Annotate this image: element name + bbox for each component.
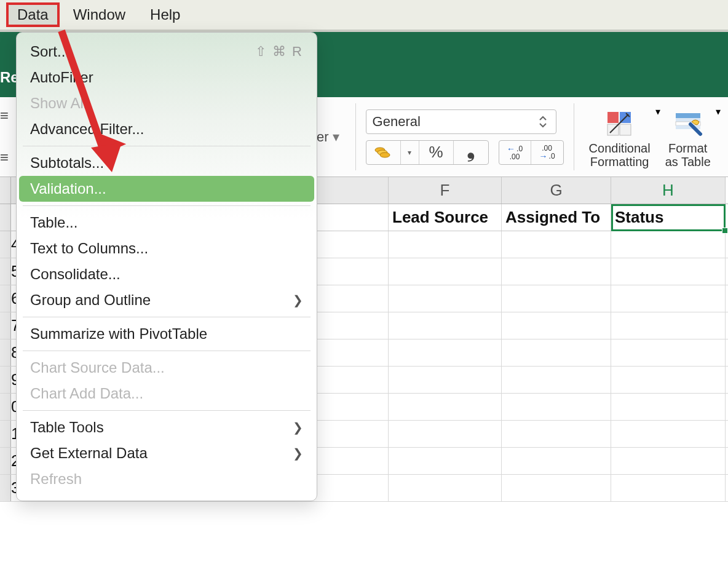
ribbon-fragment-label: er ▾ — [317, 97, 346, 176]
row-header[interactable] — [0, 367, 11, 393]
row-header[interactable] — [0, 231, 11, 258]
cell-f[interactable] — [389, 367, 502, 393]
menu-help[interactable]: Help — [139, 2, 191, 27]
column-header-g[interactable]: G — [502, 177, 611, 204]
cell-f[interactable] — [389, 285, 502, 312]
row-header[interactable] — [0, 421, 11, 447]
menu-validation[interactable]: Validation... — [19, 176, 314, 202]
comma-button[interactable]: ❟ — [454, 141, 488, 164]
corner-cell[interactable] — [0, 177, 11, 204]
selection-handle[interactable] — [722, 228, 728, 234]
conditional-formatting-icon — [604, 108, 636, 140]
header-cell-assigned-to[interactable]: Assigned To — [502, 204, 611, 231]
cell-f[interactable] — [389, 258, 502, 285]
row-header[interactable] — [0, 258, 11, 285]
menu-data[interactable]: Data — [6, 2, 60, 27]
menu-pivot[interactable]: Summarize with PivotTable — [17, 321, 317, 347]
header-cell-status[interactable]: Status — [611, 204, 726, 231]
row-header[interactable] — [0, 394, 11, 420]
menu-subtotals-label: Subtotals... — [30, 154, 104, 172]
menu-advfilter-label: Advanced Filter... — [30, 121, 144, 138]
cell-h[interactable] — [611, 339, 726, 366]
cell-h[interactable] — [611, 448, 726, 474]
cell-f[interactable] — [389, 231, 502, 258]
conditional-formatting-label: Conditional Formatting — [589, 141, 651, 169]
cell-g[interactable] — [502, 231, 611, 258]
dec-text: .00 — [542, 145, 552, 152]
format-as-table-icon — [672, 108, 704, 140]
cell-f[interactable] — [389, 312, 502, 339]
cell-f[interactable] — [389, 421, 502, 447]
menu-sort-label: Sort... — [30, 43, 69, 60]
svg-rect-3 — [607, 112, 619, 123]
data-menu-dropdown: Sort... ⇧ ⌘ R AutoFilter Show All Advanc… — [16, 32, 317, 501]
cell-f[interactable] — [389, 339, 502, 366]
cell-g[interactable] — [502, 394, 611, 420]
cell-f[interactable] — [389, 394, 502, 420]
row-header[interactable] — [0, 475, 11, 501]
menu-tt-label: Table Tools — [30, 419, 104, 436]
cell-g[interactable] — [502, 421, 611, 447]
cell-h[interactable] — [611, 421, 726, 447]
menu-window[interactable]: Window — [62, 2, 136, 27]
percent-button[interactable]: % — [419, 141, 454, 164]
cell-h[interactable] — [611, 258, 726, 285]
menu-autofilter-label: AutoFilter — [30, 69, 93, 86]
chevron-right-icon: ❯ — [293, 420, 303, 435]
cell-h[interactable] — [611, 475, 726, 501]
decrease-decimal-button[interactable]: .00 →.0 — [531, 141, 563, 164]
svg-rect-9 — [676, 113, 700, 118]
cell-g[interactable] — [502, 312, 611, 339]
cell-f[interactable] — [389, 448, 502, 474]
menu-separator — [23, 351, 311, 351]
updown-icon[interactable] — [536, 115, 550, 129]
menu-consolidate[interactable]: Consolidate... — [17, 261, 317, 287]
row-header[interactable] — [0, 312, 11, 339]
menu-advanced-filter[interactable]: Advanced Filter... — [17, 116, 317, 142]
align-icon[interactable]: ≡ — [0, 149, 9, 166]
currency-dropdown[interactable]: ▾ — [401, 141, 419, 164]
column-header-f[interactable]: F — [389, 177, 502, 204]
chevron-down-icon[interactable]: ▾ — [655, 106, 660, 117]
cell-h[interactable] — [611, 312, 726, 339]
row-header[interactable] — [0, 204, 11, 231]
cell-g[interactable] — [502, 367, 611, 393]
row-header[interactable] — [0, 448, 11, 474]
cell-h[interactable] — [611, 231, 726, 258]
format-as-table-button[interactable]: Format as Table — [660, 106, 716, 169]
menu-table[interactable]: Table... — [17, 210, 317, 236]
increase-decimal-button[interactable]: ←.0 .00 — [499, 141, 531, 164]
chevron-right-icon: ❯ — [293, 293, 303, 307]
chevron-down-icon[interactable]: ▾ — [716, 106, 721, 117]
menu-ttc-label: Text to Columns... — [30, 240, 148, 257]
row-header[interactable] — [0, 285, 11, 312]
cell-g[interactable] — [502, 258, 611, 285]
menu-table-tools[interactable]: Table Tools ❯ — [17, 414, 317, 440]
cell-g[interactable] — [502, 339, 611, 366]
cell-g[interactable] — [502, 285, 611, 312]
menu-get-external[interactable]: Get External Data ❯ — [17, 440, 317, 466]
currency-cluster: ▾ % ❟ — [366, 140, 489, 165]
cell-g[interactable] — [502, 448, 611, 474]
align-icon[interactable]: ≡ — [0, 107, 9, 124]
dec-text: .0 — [549, 153, 555, 160]
currency-button[interactable] — [366, 141, 401, 164]
menu-subtotals[interactable]: Subtotals... — [17, 150, 317, 176]
cell-h[interactable] — [611, 394, 726, 420]
number-group: General ▾ % ❟ — [366, 97, 564, 176]
menu-text-to-columns[interactable]: Text to Columns... — [17, 236, 317, 261]
row-header[interactable] — [0, 339, 11, 366]
chevron-down-icon[interactable]: ▾ — [333, 129, 339, 145]
conditional-formatting-button[interactable]: Conditional Formatting — [584, 106, 655, 169]
column-header-h[interactable]: H — [611, 177, 726, 204]
cell-h[interactable] — [611, 285, 726, 312]
cell-h[interactable] — [611, 367, 726, 393]
menu-group-outline[interactable]: Group and Outline ❯ — [17, 287, 317, 313]
number-format-combobox[interactable]: General — [366, 109, 556, 134]
header-cell-lead-source[interactable]: Lead Source — [389, 204, 502, 231]
menu-sort[interactable]: Sort... ⇧ ⌘ R — [17, 39, 317, 65]
cell-f[interactable] — [389, 475, 502, 501]
menu-separator — [23, 317, 311, 317]
menu-autofilter[interactable]: AutoFilter — [17, 65, 317, 90]
cell-g[interactable] — [502, 475, 611, 501]
